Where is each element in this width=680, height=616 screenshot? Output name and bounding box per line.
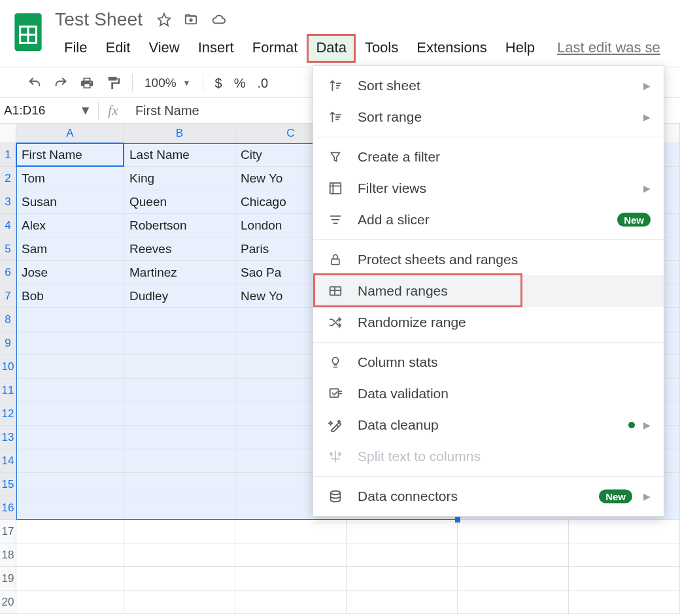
row-header[interactable]: 3 xyxy=(0,190,16,214)
cell[interactable] xyxy=(458,567,569,590)
cell[interactable] xyxy=(124,308,235,332)
cell[interactable] xyxy=(347,520,458,543)
menu-data[interactable]: Data xyxy=(307,34,355,63)
cell[interactable]: First Name xyxy=(16,143,124,167)
cell[interactable] xyxy=(569,567,680,590)
cell[interactable]: Tom xyxy=(16,167,124,190)
cell[interactable] xyxy=(124,473,235,496)
redo-button[interactable] xyxy=(54,76,68,90)
cell[interactable] xyxy=(124,496,235,520)
decimal-button[interactable]: .0 xyxy=(257,76,268,91)
cell[interactable] xyxy=(16,402,124,426)
row-header[interactable]: 4 xyxy=(0,214,16,237)
cell[interactable]: Queen xyxy=(124,190,235,214)
cell[interactable] xyxy=(16,449,124,473)
cell[interactable] xyxy=(16,379,124,402)
cell[interactable] xyxy=(124,379,235,402)
cell[interactable]: Susan xyxy=(16,190,124,214)
menu-tools[interactable]: Tools xyxy=(356,34,407,63)
row-header[interactable]: 14 xyxy=(0,449,16,473)
cell[interactable]: Martinez xyxy=(124,261,235,284)
paint-format-button[interactable] xyxy=(106,76,120,90)
cell[interactable] xyxy=(16,520,124,543)
menu-item-data-cleanup[interactable]: Data cleanup▶ xyxy=(313,409,664,441)
menu-item-protect-sheets-and-ranges[interactable]: Protect sheets and ranges xyxy=(313,244,664,275)
name-box[interactable]: A1:D16 ▼ xyxy=(0,98,98,123)
menu-item-create-a-filter[interactable]: Create a filter xyxy=(313,141,664,173)
row-header[interactable]: 19 xyxy=(0,567,16,590)
menu-item-data-connectors[interactable]: Data connectorsNew▶ xyxy=(313,481,664,512)
cell[interactable] xyxy=(16,496,124,520)
cell[interactable]: Dudley xyxy=(124,284,235,308)
cell[interactable] xyxy=(16,426,124,449)
cell[interactable] xyxy=(16,308,124,332)
menu-edit[interactable]: Edit xyxy=(96,34,139,63)
menu-item-add-a-slicer[interactable]: Add a slicerNew xyxy=(313,204,664,235)
cell[interactable]: Jose xyxy=(16,261,124,284)
cell[interactable] xyxy=(16,590,124,614)
cell[interactable] xyxy=(569,590,680,614)
menu-extensions[interactable]: Extensions xyxy=(407,34,496,63)
menu-item-sort-range[interactable]: Sort range▶ xyxy=(313,101,664,133)
cell[interactable] xyxy=(347,567,458,590)
cell[interactable] xyxy=(16,543,124,567)
cell[interactable] xyxy=(16,473,124,496)
row-header[interactable]: 1 xyxy=(0,143,16,167)
cell[interactable]: King xyxy=(124,167,235,190)
star-icon[interactable] xyxy=(157,12,171,27)
menu-format[interactable]: Format xyxy=(243,34,307,63)
row-header[interactable]: 9 xyxy=(0,332,16,355)
cell[interactable] xyxy=(16,355,124,379)
row-header[interactable]: 13 xyxy=(0,426,16,449)
cell[interactable] xyxy=(124,449,235,473)
cell[interactable]: Last Name xyxy=(124,143,235,167)
select-all-corner[interactable] xyxy=(0,124,16,143)
sheets-logo[interactable] xyxy=(12,10,44,54)
formula-bar[interactable]: First Name xyxy=(135,103,199,118)
cell[interactable] xyxy=(458,543,569,567)
row-header[interactable]: 17 xyxy=(0,520,16,543)
row-header[interactable]: 18 xyxy=(0,543,16,567)
cell[interactable] xyxy=(458,590,569,614)
cell[interactable] xyxy=(235,567,347,590)
row-header[interactable]: 7 xyxy=(0,284,16,308)
zoom-select[interactable]: 100% ▼ xyxy=(144,76,191,90)
cell[interactable]: Bob xyxy=(16,284,124,308)
cell[interactable]: Robertson xyxy=(124,214,235,237)
print-button[interactable] xyxy=(80,76,94,90)
cell[interactable] xyxy=(569,543,680,567)
cell[interactable] xyxy=(124,543,235,567)
cell[interactable]: Alex xyxy=(16,214,124,237)
row-header[interactable]: 20 xyxy=(0,590,16,614)
menu-file[interactable]: File xyxy=(55,34,96,63)
cell[interactable] xyxy=(16,332,124,355)
cell[interactable] xyxy=(235,543,347,567)
document-title[interactable]: Test Sheet xyxy=(55,9,143,30)
cell[interactable] xyxy=(569,520,680,543)
cell[interactable]: Sam xyxy=(16,237,124,261)
row-header[interactable]: 8 xyxy=(0,308,16,332)
column-header-B[interactable]: B xyxy=(124,124,235,143)
menu-view[interactable]: View xyxy=(139,34,188,63)
row-header[interactable]: 10 xyxy=(0,355,16,379)
move-icon[interactable] xyxy=(183,12,199,27)
row-header[interactable]: 16 xyxy=(0,496,16,520)
cell[interactable] xyxy=(124,567,235,590)
row-header[interactable]: 12 xyxy=(0,402,16,426)
menu-item-named-ranges[interactable]: Named ranges xyxy=(313,275,664,307)
currency-button[interactable]: $ xyxy=(215,76,222,91)
row-header[interactable]: 6 xyxy=(0,261,16,284)
cell[interactable] xyxy=(124,590,235,614)
cell[interactable] xyxy=(124,520,235,543)
menu-item-data-validation[interactable]: Data validation xyxy=(313,378,664,409)
column-header-A[interactable]: A xyxy=(16,124,124,143)
cell[interactable] xyxy=(124,426,235,449)
cell[interactable] xyxy=(124,402,235,426)
menu-insert[interactable]: Insert xyxy=(189,34,243,63)
cell[interactable] xyxy=(235,520,347,543)
menu-item-randomize-range[interactable]: Randomize range xyxy=(313,307,664,338)
cell[interactable] xyxy=(458,520,569,543)
cell[interactable]: Reeves xyxy=(124,237,235,261)
row-header[interactable]: 2 xyxy=(0,167,16,190)
menu-item-sort-sheet[interactable]: Sort sheet▶ xyxy=(313,70,664,101)
